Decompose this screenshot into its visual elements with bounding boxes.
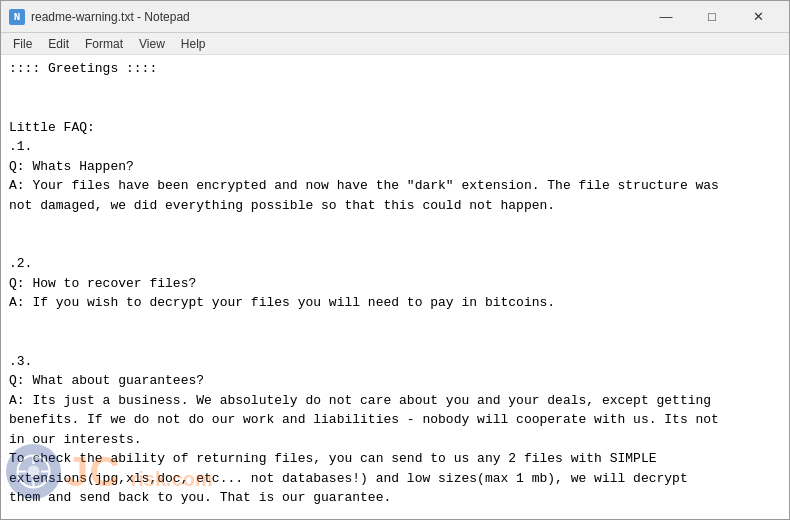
menu-bar: File Edit Format View Help [1,33,789,55]
menu-view[interactable]: View [131,35,173,53]
close-button[interactable]: ✕ [735,1,781,33]
app-icon: N [9,9,25,25]
menu-file[interactable]: File [5,35,40,53]
menu-edit[interactable]: Edit [40,35,77,53]
title-bar: N readme-warning.txt - Notepad — □ ✕ [1,1,789,33]
text-editor[interactable]: :::: Greetings :::: Little FAQ: .1. Q: W… [1,55,789,519]
menu-help[interactable]: Help [173,35,214,53]
window-controls: — □ ✕ [643,1,781,33]
minimize-button[interactable]: — [643,1,689,33]
menu-format[interactable]: Format [77,35,131,53]
content-wrapper: :::: Greetings :::: Little FAQ: .1. Q: W… [1,55,789,519]
app-icon-letter: N [14,11,21,23]
maximize-button[interactable]: □ [689,1,735,33]
window-title: readme-warning.txt - Notepad [31,10,643,24]
notepad-window: N readme-warning.txt - Notepad — □ ✕ Fil… [0,0,790,520]
